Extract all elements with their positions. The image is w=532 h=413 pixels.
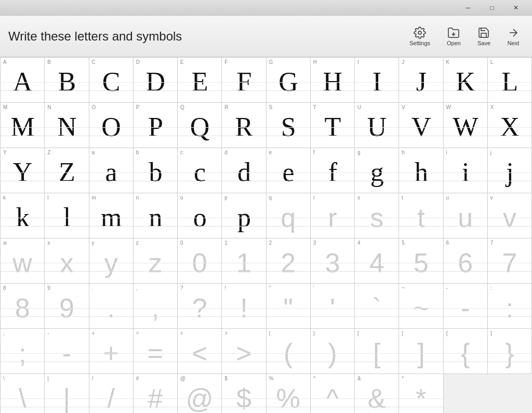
char-cell-W[interactable]: WW: [444, 103, 488, 148]
char-cell-j[interactable]: jj: [488, 148, 532, 193]
char-cell-1[interactable]: 11: [222, 238, 266, 284]
char-cell-8[interactable]: 88: [1, 284, 45, 329]
char-cell-5[interactable]: 55: [399, 238, 443, 284]
char-cell-V[interactable]: VV: [399, 103, 443, 148]
char-cell-I[interactable]: II: [355, 58, 399, 103]
char-cell-i[interactable]: ii: [444, 148, 488, 193]
char-cell-v[interactable]: vv: [488, 193, 532, 238]
char-cell-pipe[interactable]: ||: [45, 374, 89, 413]
char-cell-c[interactable]: cc: [178, 148, 222, 193]
char-cell-o[interactable]: oo: [178, 193, 222, 238]
char-cell-6[interactable]: 66: [444, 238, 488, 284]
char-cell-N[interactable]: NN: [45, 103, 89, 148]
char-cell-n[interactable]: nn: [134, 193, 178, 238]
char-cell-rcurly[interactable]: }}: [488, 329, 532, 374]
char-cell-l[interactable]: ll: [45, 193, 89, 238]
next-button[interactable]: Next: [503, 24, 524, 48]
char-cell-s[interactable]: ss: [355, 193, 399, 238]
char-cell-colon[interactable]: ::: [488, 284, 532, 329]
char-cell-dollar[interactable]: $$: [222, 374, 266, 413]
char-cell-F[interactable]: FF: [222, 58, 266, 103]
char-cell-R[interactable]: RR: [222, 103, 266, 148]
char-cell-h[interactable]: hh: [399, 148, 443, 193]
char-cell-M[interactable]: MM: [1, 103, 45, 148]
char-cell-dquote[interactable]: "": [267, 284, 311, 329]
char-cell-dash[interactable]: --: [444, 284, 488, 329]
char-cell-t[interactable]: tt: [399, 193, 443, 238]
char-cell-percent[interactable]: %%: [267, 374, 311, 413]
char-cell-d[interactable]: dd: [222, 148, 266, 193]
char-cell-question[interactable]: ??: [178, 284, 222, 329]
char-cell-exclaim[interactable]: !!: [222, 284, 266, 329]
char-cell-U[interactable]: UU: [355, 103, 399, 148]
char-cell-A[interactable]: AA: [1, 58, 45, 103]
open-button[interactable]: Open: [443, 24, 465, 48]
char-cell-B[interactable]: BB: [45, 58, 89, 103]
char-cell-X[interactable]: XX: [488, 103, 532, 148]
char-cell-7[interactable]: 77: [488, 238, 532, 284]
char-cell-9[interactable]: 99: [45, 284, 89, 329]
char-cell-T[interactable]: TT: [311, 103, 355, 148]
char-cell-k[interactable]: kk: [1, 193, 45, 238]
char-cell-Y[interactable]: YY: [1, 148, 45, 193]
char-cell-minus[interactable]: --: [45, 329, 89, 374]
restore-button[interactable]: □: [480, 0, 504, 16]
char-cell-Q[interactable]: QQ: [178, 103, 222, 148]
char-cell-0[interactable]: 00: [178, 238, 222, 284]
char-cell-O[interactable]: OO: [89, 103, 134, 148]
char-cell-semicolon[interactable]: ;;: [1, 329, 45, 374]
char-cell-asterisk[interactable]: **: [399, 374, 443, 413]
char-cell-q[interactable]: qq: [267, 193, 311, 238]
char-cell-Z[interactable]: ZZ: [45, 148, 89, 193]
char-cell-backtick[interactable]: ``: [355, 284, 399, 329]
char-cell-hash[interactable]: ##: [134, 374, 178, 413]
char-cell-u[interactable]: uu: [444, 193, 488, 238]
char-cell-rparen[interactable]: )): [311, 329, 355, 374]
char-cell-w[interactable]: ww: [1, 238, 45, 284]
char-cell-J[interactable]: JJ: [399, 58, 443, 103]
char-cell-x[interactable]: xx: [45, 238, 89, 284]
char-cell-G[interactable]: GG: [267, 58, 311, 103]
char-cell-comma[interactable]: ,,: [134, 284, 178, 329]
save-button[interactable]: Save: [473, 24, 495, 48]
char-cell-lt[interactable]: <<: [178, 329, 222, 374]
char-cell-squote[interactable]: '': [311, 284, 355, 329]
char-cell-lbracket[interactable]: [[: [355, 329, 399, 374]
char-cell-H[interactable]: HH: [311, 58, 355, 103]
char-cell-P[interactable]: PP: [134, 103, 178, 148]
minimize-button[interactable]: ─: [456, 0, 480, 16]
close-button[interactable]: ✕: [504, 0, 528, 16]
char-cell-equals[interactable]: ==: [134, 329, 178, 374]
char-cell-K[interactable]: KK: [444, 58, 488, 103]
char-cell-lcurly[interactable]: {{: [444, 329, 488, 374]
char-cell-3[interactable]: 33: [311, 238, 355, 284]
char-cell-g[interactable]: gg: [355, 148, 399, 193]
char-cell-L[interactable]: LL: [488, 58, 532, 103]
char-cell-r[interactable]: rr: [311, 193, 355, 238]
char-cell-y[interactable]: yy: [89, 238, 134, 284]
char-cell-z[interactable]: zz: [134, 238, 178, 284]
char-cell-period[interactable]: ..: [89, 284, 134, 329]
settings-button[interactable]: Settings: [405, 24, 434, 48]
char-cell-m[interactable]: mm: [89, 193, 134, 238]
char-cell-D[interactable]: DD: [134, 58, 178, 103]
char-cell-caret[interactable]: ^^: [311, 374, 355, 413]
char-cell-f[interactable]: ff: [311, 148, 355, 193]
char-cell-at[interactable]: @@: [178, 374, 222, 413]
char-cell-p[interactable]: pp: [222, 193, 266, 238]
char-cell-E[interactable]: EE: [178, 58, 222, 103]
char-cell-S[interactable]: SS: [267, 103, 311, 148]
char-cell-slash[interactable]: //: [89, 374, 134, 413]
char-cell-2[interactable]: 22: [267, 238, 311, 284]
char-cell-plus[interactable]: ++: [89, 329, 134, 374]
char-cell-a[interactable]: aa: [89, 148, 134, 193]
char-cell-backslash[interactable]: \\: [1, 374, 45, 413]
char-cell-C[interactable]: CC: [89, 58, 134, 103]
char-cell-b[interactable]: bb: [134, 148, 178, 193]
char-cell-e[interactable]: ee: [267, 148, 311, 193]
char-cell-amp[interactable]: &&: [355, 374, 399, 413]
char-cell-rbracket[interactable]: ]]: [399, 329, 443, 374]
char-cell-gt[interactable]: >>: [222, 329, 266, 374]
char-cell-tilde[interactable]: ~~: [399, 284, 443, 329]
char-cell-lparen[interactable]: ((: [267, 329, 311, 374]
